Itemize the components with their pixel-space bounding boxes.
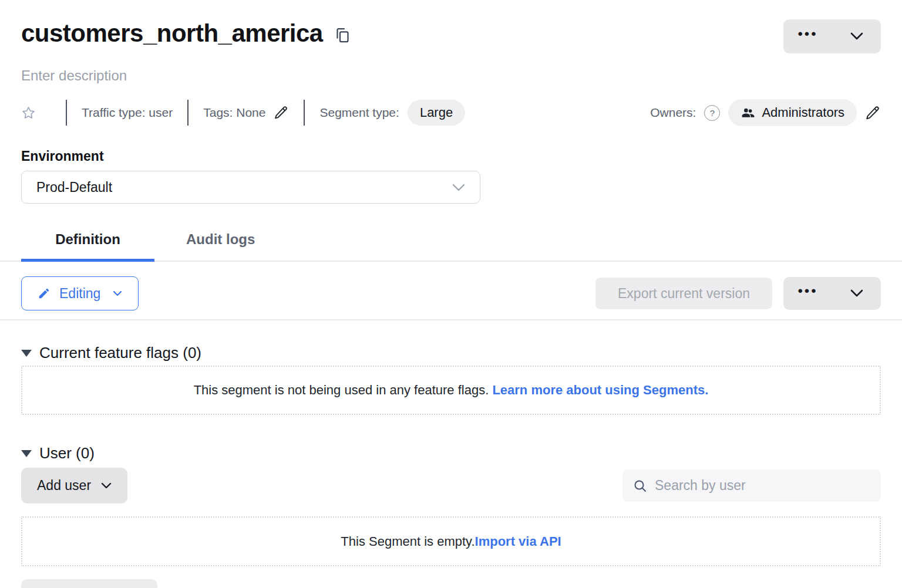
feature-flags-section-header[interactable]: Current feature flags (0) — [21, 344, 881, 362]
definition-toolbar: Editing Export current version ••• — [21, 276, 881, 310]
edit-tags-button[interactable] — [274, 105, 289, 120]
meta-row: Traffic type: user Tags: None Segment ty… — [21, 99, 881, 126]
ellipsis-icon: ••• — [797, 27, 817, 46]
collapse-triangle-icon — [21, 350, 32, 357]
pencil-icon — [274, 105, 289, 120]
environment-label: Environment — [21, 148, 881, 164]
divider — [66, 100, 67, 126]
segment-detail-page: customers_north_america ••• Ent — [0, 0, 902, 588]
editing-mode-button[interactable]: Editing — [21, 276, 139, 310]
feature-flags-section-title: Current feature flags (0) — [39, 344, 201, 362]
segment-type-badge[interactable]: Large — [408, 100, 465, 126]
add-user-label: Add user — [37, 478, 91, 494]
environment-select[interactable]: Prod-Default — [21, 171, 480, 204]
user-search-box — [622, 469, 881, 502]
user-empty-text: This Segment is empty.Import via API — [341, 534, 561, 549]
tab-audit-logs[interactable]: Audit logs — [176, 231, 267, 261]
user-empty-state: This Segment is empty.Import via API — [21, 516, 881, 566]
toolbar-more-chevron-button[interactable] — [832, 277, 881, 310]
header-more-split-button: ••• — [783, 19, 881, 53]
add-user-button[interactable]: Add user — [21, 468, 127, 503]
divider — [187, 100, 189, 126]
active-tab-underline — [21, 259, 154, 262]
segment-type-label: Segment type: — [319, 106, 399, 120]
copy-icon — [335, 27, 351, 45]
tab-definition-label: Definition — [55, 231, 120, 247]
group-icon — [741, 106, 755, 120]
tab-definition[interactable]: Definition — [21, 231, 154, 261]
toolbar-more-split-button: ••• — [783, 277, 881, 310]
favorite-star-button[interactable] — [21, 106, 36, 120]
toolbar-more-button[interactable]: ••• — [783, 277, 832, 310]
pencil-icon — [865, 105, 881, 121]
owners-value: Administrators — [762, 105, 844, 120]
title-wrap: customers_north_america — [21, 18, 351, 49]
owners-label: Owners: — [650, 106, 696, 120]
owners-pill[interactable]: Administrators — [728, 99, 857, 126]
header-more-chevron-button[interactable] — [832, 19, 881, 53]
user-empty-message: This Segment is empty. — [341, 534, 474, 549]
export-current-version-button[interactable]: Export current version — [595, 278, 772, 309]
tags-label: Tags: None — [203, 106, 265, 120]
chevron-down-icon — [101, 482, 112, 489]
page-header: customers_north_america ••• — [21, 18, 881, 53]
tab-audit-logs-label: Audit logs — [186, 231, 255, 247]
traffic-type-label: Traffic type: user — [82, 106, 173, 120]
edit-owners-button[interactable] — [865, 105, 881, 121]
feature-flags-empty-message: This segment is not being used in any fe… — [194, 383, 493, 397]
page-title: customers_north_america — [21, 18, 323, 49]
feature-flags-empty-state: This segment is not being used in any fe… — [21, 366, 881, 415]
collapse-triangle-icon — [21, 450, 32, 457]
star-icon — [21, 106, 36, 120]
chevron-down-icon — [850, 289, 863, 298]
copy-name-button[interactable] — [335, 27, 351, 45]
divider — [304, 100, 305, 126]
feature-flags-empty-text: This segment is not being used in any fe… — [194, 383, 709, 398]
learn-more-link[interactable]: Learn more about using Segments. — [492, 383, 708, 397]
chevron-down-icon — [113, 290, 122, 296]
cutoff-bottom-button[interactable] — [21, 579, 157, 588]
editing-label: Editing — [59, 286, 100, 302]
environment-selected-value: Prod-Default — [36, 180, 112, 195]
import-via-api-link[interactable]: Import via API — [475, 534, 561, 549]
ellipsis-icon: ••• — [797, 284, 817, 303]
section-divider — [0, 319, 902, 320]
owners-cluster: Owners: ? Administrators — [650, 99, 881, 126]
chevron-down-icon — [452, 184, 465, 191]
user-section-header[interactable]: User (0) — [21, 444, 881, 462]
help-icon: ? — [710, 108, 715, 118]
toolbar-right: Export current version ••• — [595, 277, 881, 310]
search-icon — [633, 479, 647, 493]
header-more-button[interactable]: ••• — [783, 19, 832, 53]
user-section-title: User (0) — [39, 444, 95, 462]
tab-bar: Definition Audit logs — [0, 231, 902, 262]
description-field[interactable]: Enter description — [21, 67, 881, 84]
user-search-input[interactable] — [655, 478, 870, 494]
user-controls-row: Add user — [21, 468, 881, 503]
owners-help-button[interactable]: ? — [704, 105, 720, 121]
chevron-down-icon — [850, 32, 863, 40]
pencil-icon — [38, 287, 51, 300]
